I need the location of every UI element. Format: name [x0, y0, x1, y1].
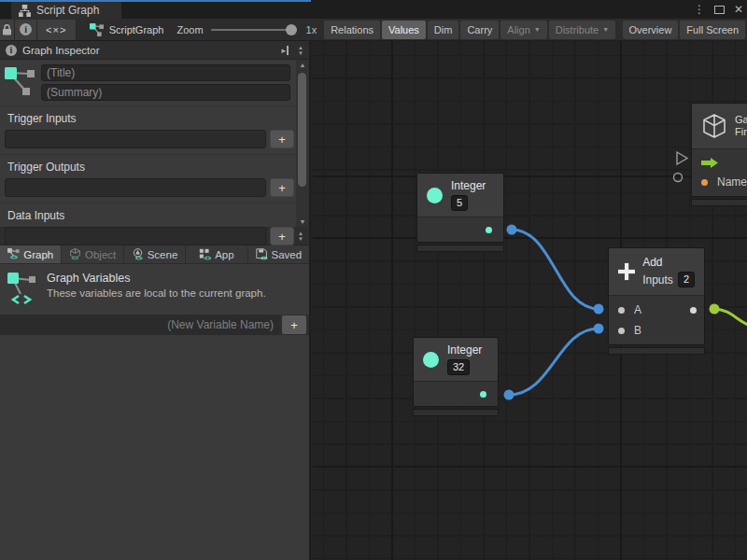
overview-button[interactable]: Overview [623, 21, 679, 39]
blackboard-toggle-button[interactable]: <×> [37, 20, 77, 40]
window-menu-icon[interactable]: ⋮ [694, 3, 705, 16]
port-label: Name [717, 175, 747, 189]
zoom-slider[interactable] [211, 29, 297, 31]
graph-title-input[interactable] [41, 64, 290, 81]
port-label: B [634, 324, 641, 337]
wire-endpoint[interactable] [504, 390, 514, 400]
trigger-outputs-list[interactable] [5, 178, 266, 197]
wire-endpoint[interactable] [710, 304, 720, 315]
scrollbar-thumb[interactable] [298, 73, 306, 187]
node-add[interactable]: Add Inputs 2 A B [608, 247, 705, 355]
graph-reference[interactable]: ScriptGraph [90, 22, 164, 36]
trigger-inputs-list[interactable] [5, 130, 266, 148]
scroll-up-icon[interactable]: ▲ [296, 62, 309, 68]
tab-script-graph[interactable]: Script Graph [11, 2, 121, 19]
node-footer [691, 199, 747, 206]
trigger-inputs-section: Trigger Inputs + [0, 105, 309, 154]
integer-value-field[interactable]: 32 [447, 359, 470, 375]
gameobject-cube-icon [701, 113, 727, 139]
node-subtitle: Game Object [735, 114, 747, 126]
wire-integer32-to-addB[interactable] [509, 329, 599, 395]
graph-summary-input[interactable] [41, 84, 290, 101]
data-inputs-section: Data Inputs + [0, 203, 309, 251]
control-port-stub-icon[interactable] [677, 152, 687, 164]
script-graph-icon [90, 22, 104, 36]
tab-label: Script Graph [36, 4, 99, 17]
control-input-arrow-icon[interactable] [701, 158, 718, 168]
graph-toolbar: i <×> ScriptGraph Zoom 1x Relations Valu… [0, 19, 747, 41]
maximize-icon[interactable] [714, 6, 725, 14]
graph-inspector-title: Graph Inspector [22, 45, 99, 56]
trigger-outputs-label: Trigger Outputs [0, 159, 309, 178]
fullscreen-button[interactable]: Full Screen [680, 21, 745, 39]
node-gameobject-find[interactable]: Game Object Find Name [691, 103, 747, 206]
integer-type-icon [427, 188, 443, 203]
svg-text:<>: <> [204, 255, 211, 260]
add-data-input-button[interactable]: + [270, 227, 294, 245]
header-scroll-arrows[interactable]: ▲ ▼ [298, 45, 303, 56]
data-inputs-label: Data Inputs [0, 207, 309, 227]
output-port-icon[interactable] [480, 391, 486, 398]
scroll-down-icon[interactable]: ▼ [298, 50, 303, 56]
output-port-icon[interactable] [486, 227, 492, 233]
close-icon[interactable]: ✕ [734, 3, 743, 16]
graph-canvas[interactable]: Integer 5 Integer 32 [313, 41, 747, 560]
add-trigger-input-button[interactable]: + [270, 130, 294, 148]
wire-integer5-to-addA[interactable] [512, 230, 599, 309]
add-variable-button[interactable]: + [282, 315, 306, 334]
node-integer-5[interactable]: Integer 5 [416, 173, 504, 252]
data-inputs-list[interactable] [5, 227, 266, 245]
string-input-port-icon[interactable] [701, 179, 708, 186]
fullscreen-label: Full Screen [686, 24, 739, 35]
new-variable-input[interactable] [0, 315, 279, 335]
align-dropdown[interactable]: Align ▼ [500, 21, 546, 39]
carry-button[interactable]: Carry [460, 21, 499, 39]
info-icon: i [6, 45, 17, 56]
inputs-count-field[interactable]: 2 [678, 272, 695, 287]
wire-endpoint[interactable] [507, 225, 517, 235]
integer-value-field[interactable]: 5 [451, 195, 468, 211]
svg-text:<>: <> [260, 255, 267, 260]
wire-endpoint[interactable] [594, 324, 604, 334]
trigger-inputs-label: Trigger Inputs [0, 110, 309, 130]
node-title: Integer [447, 343, 482, 357]
titlebar: Script Graph ⋮ ✕ [0, 0, 747, 19]
add-icon [618, 260, 635, 283]
trigger-outputs-section: Trigger Outputs + [0, 154, 309, 203]
graph-variables-description: These variables are local to the current… [47, 287, 266, 299]
svg-text:<>: <> [135, 255, 143, 260]
node-integer-32[interactable]: Integer 32 [413, 337, 499, 416]
add-trigger-output-button[interactable]: + [270, 178, 294, 197]
graph-inspector-header: i Graph Inspector ▸ ▲ ▼ [0, 41, 309, 60]
zoom-slider-knob[interactable] [286, 24, 297, 35]
value-port-stub-icon[interactable] [674, 174, 683, 182]
node-title: Find [735, 126, 747, 138]
graph-variables-info: Graph Variables These variables are loca… [0, 264, 309, 315]
input-port-icon[interactable] [618, 307, 625, 314]
inspector-toggle-button[interactable]: i [15, 20, 36, 40]
output-port-icon[interactable] [690, 307, 697, 314]
graph-variables-title: Graph Variables [47, 272, 266, 285]
script-graph-window: Script Graph ⋮ ✕ i <×> [0, 0, 747, 560]
dim-button[interactable]: Dim [428, 21, 459, 39]
port-label: A [634, 303, 641, 316]
wire-add-output[interactable] [714, 309, 747, 326]
dim-label: Dim [434, 24, 453, 35]
values-button[interactable]: Values [382, 21, 426, 39]
relations-button[interactable]: Relations [324, 21, 380, 39]
sidebar: i Graph Inspector ▸ ▲ ▼ [0, 41, 311, 560]
lock-button[interactable] [0, 20, 15, 40]
dock-icon[interactable]: ▸ [282, 46, 289, 55]
wire-endpoint[interactable] [594, 304, 604, 315]
graph-name: ScriptGraph [109, 24, 164, 35]
distribute-dropdown[interactable]: Distribute ▼ [549, 21, 615, 39]
inspector-scrollbar[interactable]: ▲ ▼ [296, 60, 309, 227]
graph-inspector-body: Trigger Inputs + Trigger Outputs + Data … [0, 60, 309, 227]
scroll-down-icon[interactable]: ▼ [296, 218, 309, 225]
input-port-icon[interactable] [618, 328, 625, 334]
node-footer [413, 409, 499, 416]
graph-hierarchy-icon [19, 5, 31, 17]
zoom-value: 1x [306, 24, 317, 35]
node-title: Integer [451, 179, 486, 192]
graph-variables-icon [4, 64, 35, 98]
